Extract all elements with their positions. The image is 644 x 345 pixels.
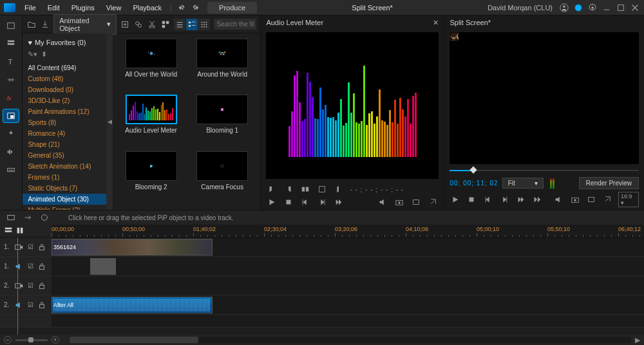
volume-icon[interactable] (377, 197, 388, 207)
snapshot-icon[interactable] (569, 194, 580, 205)
menu-view[interactable]: View (101, 2, 127, 14)
time-ruler[interactable]: 00;00;0000;50;0001;40;0202;30;0403;20;06… (52, 225, 644, 237)
toggle-icon[interactable]: ☑ (26, 243, 35, 252)
goto-end-icon[interactable] (531, 194, 542, 205)
popout-icon[interactable] (602, 194, 613, 205)
modify-icon[interactable] (134, 18, 144, 31)
zoom-out-icon[interactable]: − (4, 336, 12, 344)
pip-room-icon[interactable] (3, 109, 19, 122)
minimize-icon[interactable] (601, 3, 612, 13)
zoom-dropdown[interactable]: Fit▾ (502, 178, 544, 189)
sort-icon[interactable]: ⬍ (41, 50, 47, 59)
menu-edit[interactable]: Edit (43, 2, 65, 14)
tag-item[interactable]: All Content (694) (23, 62, 106, 73)
tag-item[interactable]: Frames (1) (23, 172, 106, 183)
import-icon[interactable] (26, 18, 36, 31)
h-scrollbar[interactable] (70, 337, 631, 343)
thumbnail-item[interactable]: Blooming 2 (118, 151, 184, 205)
detail-view-icon[interactable] (186, 19, 198, 30)
account-icon[interactable] (559, 3, 569, 13)
render-preview-button[interactable]: Render Preview (579, 177, 639, 189)
video-track-icon[interactable] (14, 281, 23, 290)
lock-icon[interactable] (37, 243, 46, 252)
quality-icon[interactable] (585, 194, 596, 205)
audio-clip[interactable] (90, 258, 116, 275)
tag-item[interactable]: General (35) (23, 150, 106, 161)
tl-tool-3-icon[interactable] (39, 212, 50, 223)
tag-item[interactable]: Static Objects (7) (23, 183, 106, 194)
menu-plugins[interactable]: Plugins (66, 2, 100, 14)
thumbnail-item[interactable]: Camera Focus (189, 151, 256, 205)
close-icon[interactable] (630, 3, 640, 13)
seek-slider[interactable] (450, 167, 639, 174)
fast-fwd-icon[interactable] (333, 197, 345, 207)
mark-in-icon[interactable] (266, 184, 278, 194)
thumbnail-item[interactable]: All Over the World (118, 39, 184, 92)
new-icon[interactable] (120, 18, 130, 31)
toggle-icon[interactable]: ☑ (26, 281, 35, 290)
video-clip[interactable]: 3561624 (52, 239, 213, 256)
audio-track-icon[interactable] (14, 262, 23, 271)
settings-icon[interactable] (587, 3, 598, 13)
collapse-sidebar-icon[interactable]: ◀ (106, 33, 113, 210)
undo-icon[interactable] (175, 2, 188, 14)
stop-icon[interactable] (283, 197, 294, 207)
insert-icon[interactable] (316, 184, 328, 194)
loop-icon[interactable] (410, 197, 422, 207)
tag-item[interactable]: Sketch Animation (14) (23, 161, 106, 172)
search-input[interactable] (214, 19, 256, 30)
marker-icon[interactable] (333, 184, 345, 194)
prev-frame-icon[interactable] (299, 197, 311, 207)
audio-clip[interactable]: After All (52, 297, 213, 313)
list-view-icon[interactable] (174, 19, 185, 30)
mark-out-icon[interactable] (283, 184, 294, 194)
next-frame-icon[interactable] (316, 197, 328, 207)
video-track-icon[interactable] (14, 243, 23, 252)
produce-button[interactable]: Produce (207, 2, 257, 14)
toggle-icon[interactable]: ☑ (26, 301, 35, 310)
tag-item[interactable]: Shape (21) (23, 139, 106, 150)
track-view-icon[interactable] (4, 226, 13, 236)
fx-room-icon[interactable]: fx (3, 91, 19, 104)
play-icon[interactable] (266, 197, 278, 207)
media-room-icon[interactable] (3, 19, 19, 32)
tag-item[interactable]: Multiple Frame (2) (23, 205, 106, 210)
text-room-icon[interactable]: T (3, 55, 19, 68)
snapshot-icon[interactable] (393, 197, 405, 207)
tag-item[interactable]: Custom (48) (23, 73, 106, 84)
next-icon[interactable] (499, 194, 510, 205)
step-fwd-icon[interactable] (515, 194, 526, 205)
thumbnail-item[interactable]: Audio Level Meter (118, 95, 184, 148)
pen-icon[interactable]: ✎▾ (28, 50, 37, 59)
tag-item[interactable]: 3D/3D-Like (2) (23, 95, 106, 106)
cloud-icon[interactable] (573, 3, 583, 13)
title-room-icon[interactable] (3, 37, 19, 50)
audio-track-icon[interactable] (14, 301, 23, 310)
tl-tool-2-icon[interactable] (22, 212, 33, 223)
download-icon[interactable] (40, 18, 50, 31)
tag-item[interactable]: Animated Object (30) (23, 194, 106, 205)
tag-item[interactable]: Romance (4) (23, 128, 106, 139)
cut-icon[interactable] (147, 18, 157, 31)
split-icon[interactable] (299, 184, 311, 194)
template-icon[interactable] (161, 18, 171, 31)
volume-icon[interactable] (553, 194, 564, 205)
toggle-icon[interactable]: ☑ (26, 262, 35, 271)
lock-icon[interactable] (37, 281, 46, 290)
play-icon[interactable] (450, 194, 460, 205)
category-dropdown[interactable]: Animated Object▾ (53, 14, 117, 35)
subtitle-room-icon[interactable] (3, 163, 19, 176)
playhead[interactable] (17, 238, 18, 335)
scroll-right-icon[interactable]: ▶ (635, 336, 640, 344)
tag-item[interactable]: Paint Animations (12) (23, 106, 106, 117)
grid-view-icon[interactable] (198, 19, 210, 30)
prev-icon[interactable] (482, 194, 493, 205)
lock-icon[interactable] (37, 262, 46, 271)
audio-room-icon[interactable] (3, 145, 19, 158)
menu-playback[interactable]: Playback (128, 2, 167, 14)
tag-item[interactable]: Downloaded (0) (23, 84, 106, 95)
thumbnail-item[interactable]: Around the World (189, 39, 256, 92)
tag-item[interactable]: Sports (8) (23, 117, 106, 128)
zoom-in-icon[interactable]: + (52, 336, 59, 344)
zoom-slider[interactable] (15, 339, 48, 341)
